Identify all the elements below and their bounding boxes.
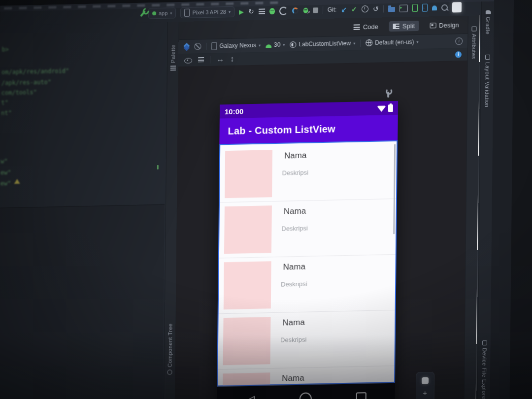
terminal-icon[interactable] <box>399 4 407 12</box>
project-structure-icon[interactable] <box>388 6 395 11</box>
build-hammer-icon[interactable] <box>140 10 146 17</box>
sdk-manager-icon[interactable] <box>422 4 427 12</box>
warning-icon <box>14 179 20 184</box>
app-bar: Lab - Custom ListView <box>219 115 398 144</box>
tab-design[interactable]: Design <box>426 20 463 31</box>
highlighted-toolbar-icon[interactable] <box>452 2 461 12</box>
item-image-placeholder <box>222 372 270 386</box>
git-update-icon[interactable]: ↙ <box>341 5 347 13</box>
code-line: t" <box>1 99 8 106</box>
tab-code[interactable]: Code <box>350 21 382 32</box>
render-settings-wrench-icon[interactable] <box>387 92 389 98</box>
layout-validation-stripe-button[interactable]: Layout Validation <box>481 55 494 108</box>
toolbar-separator <box>323 6 323 13</box>
toolbar-separator <box>383 5 383 12</box>
debug-button[interactable] <box>269 8 275 14</box>
attributes-label: Attributes <box>470 33 477 59</box>
attach-arrow-icon: ↗ <box>307 10 310 14</box>
design-surface-icon[interactable] <box>183 44 189 50</box>
item-description: Deskripsi <box>281 225 308 233</box>
device-manager-icon[interactable] <box>412 4 417 12</box>
app-module-icon <box>152 11 156 15</box>
theme-label: LabCustomListView <box>299 40 351 48</box>
chevron-down-icon: ▾ <box>259 43 261 47</box>
phone-icon <box>184 9 190 17</box>
apply-code-changes-icon[interactable] <box>279 6 288 15</box>
info-icon[interactable]: i <box>455 37 463 45</box>
search-everywhere-icon[interactable] <box>441 4 447 10</box>
api-level-dropdown[interactable]: 30 ▾ <box>266 41 285 49</box>
target-device-label: Pixel 3 API 28 <box>192 9 226 15</box>
attributes-stripe-button[interactable]: Attributes <box>468 26 480 59</box>
target-device-dropdown[interactable]: Pixel 3 API 28 ▾ <box>180 6 234 18</box>
list-item[interactable]: Nama Deskripsi <box>220 143 397 203</box>
toolbar-separator <box>360 39 361 47</box>
list-item[interactable]: Nama Deskripsi <box>219 199 396 259</box>
toolbar-separator <box>210 56 210 63</box>
item-name: Nama <box>284 206 306 217</box>
locale-label: Default (en-us) <box>375 38 414 46</box>
phone-preview[interactable]: 10:00 Lab - Custom ListView Nama <box>217 101 399 399</box>
gradle-stripe-button[interactable]: Gradle <box>481 10 495 35</box>
device-label: Galaxy Nexus <box>219 42 256 50</box>
device-file-explorer-stripe-button[interactable]: Device File Explorer <box>478 340 491 399</box>
layout-validation-label: Layout Validation <box>484 62 491 107</box>
profiler-button[interactable] <box>292 7 299 14</box>
globe-icon <box>366 39 372 46</box>
design-mode-icon <box>430 23 436 28</box>
zoom-controls: + − <box>415 371 434 399</box>
item-image-placeholder <box>225 150 272 198</box>
device-file-explorer-label: Device File Explorer <box>481 348 488 399</box>
orientation-vertical-icon[interactable]: ↕ <box>230 55 234 64</box>
view-options-eye-icon[interactable] <box>184 58 192 63</box>
gradle-icon <box>485 10 491 14</box>
zoom-in-button[interactable]: + <box>423 389 427 397</box>
list-view-icon[interactable] <box>198 57 204 62</box>
layout-validation-icon <box>485 55 490 60</box>
notifications-bell-icon[interactable] <box>432 5 436 10</box>
item-image-placeholder <box>224 205 272 254</box>
item-name: Nama <box>282 318 305 328</box>
run-configuration-label: app <box>159 10 167 16</box>
tab-code-label: Code <box>363 23 378 31</box>
gradle-label: Gradle <box>485 17 491 34</box>
git-history-icon[interactable] <box>362 5 368 12</box>
listview[interactable]: Nama Deskripsi Nama Deskripsi Nama Deskr… <box>217 140 398 387</box>
component-tree-icon <box>167 370 172 375</box>
scrollbar-info-mark[interactable] <box>157 165 159 169</box>
code-line: b> <box>1 46 9 53</box>
back-icon: ◁ <box>245 394 255 399</box>
issue-badge-icon[interactable]: i <box>455 51 462 58</box>
photo-of-android-studio: app ▾ Pixel 3 API 28 ▾ ▶ ↻ ↗ Git: ↙ ✓ ↺ <box>0 0 532 399</box>
list-item[interactable]: Nama Deskripsi <box>218 310 395 370</box>
apply-changes-icon[interactable]: ↻ <box>248 8 254 15</box>
component-tree-stripe-button[interactable]: Component Tree <box>164 323 175 374</box>
git-rollback-icon[interactable]: ↺ <box>373 5 379 12</box>
item-name: Nama <box>284 151 307 161</box>
palette-label: Palette <box>170 44 176 63</box>
orientation-horizontal-icon[interactable]: ↔ <box>216 55 224 64</box>
device-dropdown[interactable]: Galaxy Nexus ▾ <box>211 41 261 50</box>
attach-debugger-icon[interactable]: ↗ <box>303 7 307 13</box>
palette-icon <box>170 66 175 70</box>
theme-icon <box>290 41 296 48</box>
run-button[interactable]: ▶ <box>239 8 244 15</box>
run-configuration-dropdown[interactable]: app ▾ <box>148 7 176 19</box>
tab-split[interactable]: Split <box>389 20 419 31</box>
git-commit-icon[interactable]: ✓ <box>351 5 357 13</box>
chevron-down-icon: ▾ <box>229 9 231 14</box>
list-item[interactable]: Nama Deskripsi <box>219 255 396 314</box>
zoom-to-fit-button[interactable] <box>422 377 429 384</box>
theme-dropdown[interactable]: LabCustomListView ▾ <box>290 40 355 48</box>
chevron-down-icon: ▾ <box>417 39 419 44</box>
locale-dropdown[interactable]: Default (en-us) ▾ <box>366 38 419 46</box>
night-mode-icon[interactable] <box>194 43 201 50</box>
attributes-icon <box>471 26 476 31</box>
phone-icon <box>211 42 217 50</box>
chevron-down-icon: ▾ <box>353 41 355 45</box>
stop-button[interactable] <box>313 7 318 13</box>
palette-stripe-button[interactable]: Palette <box>167 44 179 70</box>
design-surface[interactable]: 10:00 Lab - Custom ListView Nama <box>174 61 467 399</box>
run-configurations-list-icon[interactable] <box>259 8 265 14</box>
code-editor[interactable]: b> om/apk/res/android" /apk/res-auto" co… <box>0 22 166 207</box>
